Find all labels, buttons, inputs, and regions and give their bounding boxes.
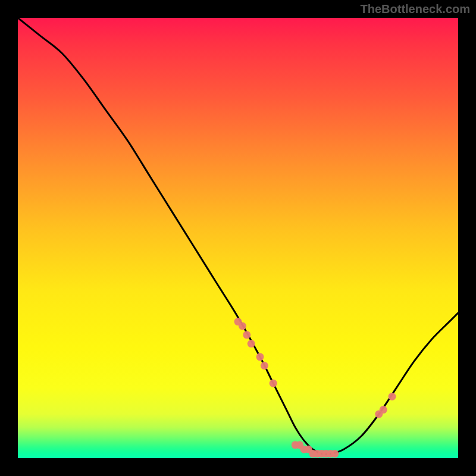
marker-dot <box>270 380 277 387</box>
highlight-markers <box>234 318 396 458</box>
chart-container: TheBottleneck.com <box>0 0 476 476</box>
marker-dot <box>261 362 268 369</box>
plot-area <box>18 18 458 458</box>
watermark-text: TheBottleneck.com <box>361 2 470 16</box>
bottleneck-curve <box>18 18 458 455</box>
marker-dot <box>331 450 339 458</box>
curve-svg <box>18 18 458 458</box>
marker-dot <box>256 353 264 361</box>
marker-dot <box>243 331 250 339</box>
marker-dot <box>389 393 396 400</box>
marker-dot <box>248 340 255 347</box>
marker-dot <box>239 322 246 330</box>
marker-dot <box>380 406 387 414</box>
